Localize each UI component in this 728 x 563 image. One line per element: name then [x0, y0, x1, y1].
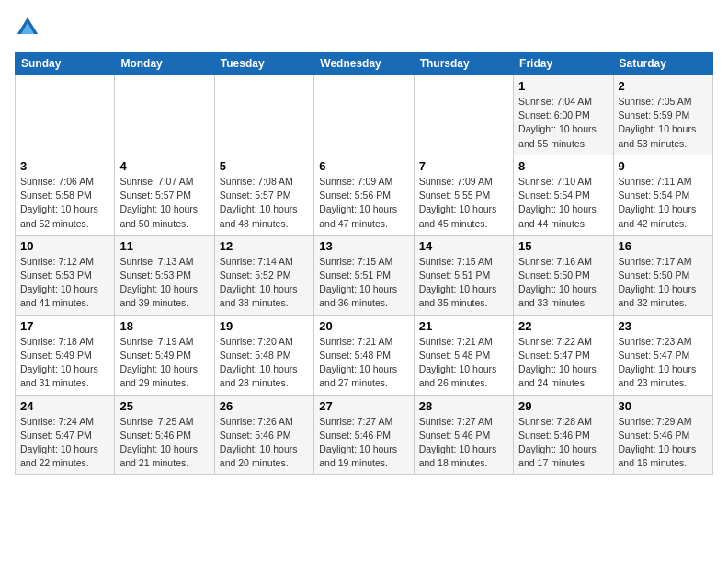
day-info: Sunrise: 7:14 AM Sunset: 5:52 PM Dayligh… — [220, 255, 309, 311]
day-info: Sunrise: 7:27 AM Sunset: 5:46 PM Dayligh… — [319, 415, 408, 471]
day-info: Sunrise: 7:22 AM Sunset: 5:47 PM Dayligh… — [518, 335, 608, 391]
calendar-day-cell: 7Sunrise: 7:09 AM Sunset: 5:55 PM Daylig… — [414, 155, 513, 235]
day-info: Sunrise: 7:15 AM Sunset: 5:51 PM Dayligh… — [319, 255, 408, 311]
day-info: Sunrise: 7:18 AM Sunset: 5:49 PM Dayligh… — [20, 335, 109, 391]
day-number: 8 — [518, 159, 608, 173]
calendar-day-cell: 23Sunrise: 7:23 AM Sunset: 5:47 PM Dayli… — [613, 315, 712, 395]
day-number: 13 — [319, 239, 408, 253]
calendar-week-row: 3Sunrise: 7:06 AM Sunset: 5:58 PM Daylig… — [16, 155, 713, 235]
day-number: 20 — [319, 319, 408, 333]
calendar-day-cell: 26Sunrise: 7:26 AM Sunset: 5:46 PM Dayli… — [214, 395, 313, 475]
calendar-day-cell: 12Sunrise: 7:14 AM Sunset: 5:52 PM Dayli… — [214, 235, 313, 315]
calendar-day-cell: 18Sunrise: 7:19 AM Sunset: 5:49 PM Dayli… — [115, 315, 214, 395]
day-number: 11 — [119, 239, 209, 253]
calendar-day-cell: 8Sunrise: 7:10 AM Sunset: 5:54 PM Daylig… — [514, 155, 613, 235]
day-number: 18 — [119, 319, 209, 333]
day-number: 7 — [419, 159, 508, 173]
calendar-day-header: Thursday — [414, 52, 513, 75]
day-info: Sunrise: 7:13 AM Sunset: 5:53 PM Dayligh… — [119, 255, 209, 311]
day-info: Sunrise: 7:15 AM Sunset: 5:51 PM Dayligh… — [419, 255, 508, 311]
day-number: 9 — [619, 159, 708, 173]
day-number: 10 — [20, 239, 109, 253]
calendar-day-cell — [115, 75, 214, 155]
calendar-day-cell: 10Sunrise: 7:12 AM Sunset: 5:53 PM Dayli… — [16, 235, 115, 315]
logo-icon — [15, 15, 40, 40]
calendar-day-cell — [414, 75, 513, 155]
day-info: Sunrise: 7:19 AM Sunset: 5:49 PM Dayligh… — [119, 335, 209, 391]
logo — [15, 15, 44, 40]
day-number: 1 — [518, 79, 608, 93]
calendar-day-header: Sunday — [16, 52, 115, 75]
day-info: Sunrise: 7:25 AM Sunset: 5:46 PM Dayligh… — [119, 415, 209, 471]
day-number: 21 — [419, 319, 508, 333]
day-number: 4 — [119, 159, 209, 173]
day-info: Sunrise: 7:24 AM Sunset: 5:47 PM Dayligh… — [20, 415, 109, 471]
day-number: 17 — [20, 319, 109, 333]
day-info: Sunrise: 7:21 AM Sunset: 5:48 PM Dayligh… — [419, 335, 508, 391]
calendar-day-header: Wednesday — [314, 52, 414, 75]
day-info: Sunrise: 7:29 AM Sunset: 5:46 PM Dayligh… — [619, 415, 708, 471]
calendar-day-cell — [314, 75, 414, 155]
calendar-day-cell: 21Sunrise: 7:21 AM Sunset: 5:48 PM Dayli… — [414, 315, 513, 395]
calendar-day-cell: 27Sunrise: 7:27 AM Sunset: 5:46 PM Dayli… — [314, 395, 414, 475]
calendar-day-cell: 17Sunrise: 7:18 AM Sunset: 5:49 PM Dayli… — [16, 315, 115, 395]
day-info: Sunrise: 7:23 AM Sunset: 5:47 PM Dayligh… — [619, 335, 708, 391]
calendar-table: SundayMondayTuesdayWednesdayThursdayFrid… — [15, 52, 713, 475]
calendar-week-row: 10Sunrise: 7:12 AM Sunset: 5:53 PM Dayli… — [16, 235, 713, 315]
calendar-day-cell: 6Sunrise: 7:09 AM Sunset: 5:56 PM Daylig… — [314, 155, 414, 235]
day-info: Sunrise: 7:20 AM Sunset: 5:48 PM Dayligh… — [220, 335, 309, 391]
calendar-week-row: 17Sunrise: 7:18 AM Sunset: 5:49 PM Dayli… — [16, 315, 713, 395]
calendar-day-cell: 25Sunrise: 7:25 AM Sunset: 5:46 PM Dayli… — [115, 395, 214, 475]
day-info: Sunrise: 7:28 AM Sunset: 5:46 PM Dayligh… — [518, 415, 608, 471]
day-info: Sunrise: 7:11 AM Sunset: 5:54 PM Dayligh… — [619, 175, 708, 231]
calendar-day-header: Friday — [514, 52, 613, 75]
day-info: Sunrise: 7:09 AM Sunset: 5:55 PM Dayligh… — [419, 175, 508, 231]
day-info: Sunrise: 7:16 AM Sunset: 5:50 PM Dayligh… — [518, 255, 608, 311]
day-info: Sunrise: 7:21 AM Sunset: 5:48 PM Dayligh… — [319, 335, 408, 391]
day-info: Sunrise: 7:12 AM Sunset: 5:53 PM Dayligh… — [20, 255, 109, 311]
calendar-day-cell: 19Sunrise: 7:20 AM Sunset: 5:48 PM Dayli… — [214, 315, 313, 395]
calendar-day-cell — [16, 75, 115, 155]
calendar-day-header: Monday — [115, 52, 214, 75]
calendar-day-cell — [214, 75, 313, 155]
day-number: 16 — [619, 239, 708, 253]
calendar-day-cell: 22Sunrise: 7:22 AM Sunset: 5:47 PM Dayli… — [514, 315, 613, 395]
day-number: 29 — [518, 399, 608, 413]
calendar-day-cell: 2Sunrise: 7:05 AM Sunset: 5:59 PM Daylig… — [613, 75, 712, 155]
day-info: Sunrise: 7:27 AM Sunset: 5:46 PM Dayligh… — [419, 415, 508, 471]
day-info: Sunrise: 7:04 AM Sunset: 6:00 PM Dayligh… — [518, 95, 608, 151]
calendar-day-cell: 13Sunrise: 7:15 AM Sunset: 5:51 PM Dayli… — [314, 235, 414, 315]
day-number: 19 — [220, 319, 309, 333]
calendar-day-cell: 4Sunrise: 7:07 AM Sunset: 5:57 PM Daylig… — [115, 155, 214, 235]
day-number: 28 — [419, 399, 508, 413]
calendar-header-row: SundayMondayTuesdayWednesdayThursdayFrid… — [16, 52, 713, 75]
calendar-day-cell: 9Sunrise: 7:11 AM Sunset: 5:54 PM Daylig… — [613, 155, 712, 235]
day-number: 23 — [619, 319, 708, 333]
day-info: Sunrise: 7:26 AM Sunset: 5:46 PM Dayligh… — [220, 415, 309, 471]
calendar-day-cell: 28Sunrise: 7:27 AM Sunset: 5:46 PM Dayli… — [414, 395, 513, 475]
calendar-week-row: 1Sunrise: 7:04 AM Sunset: 6:00 PM Daylig… — [16, 75, 713, 155]
day-info: Sunrise: 7:10 AM Sunset: 5:54 PM Dayligh… — [518, 175, 608, 231]
calendar-day-cell: 3Sunrise: 7:06 AM Sunset: 5:58 PM Daylig… — [16, 155, 115, 235]
day-number: 12 — [220, 239, 309, 253]
day-number: 2 — [619, 79, 708, 93]
day-number: 26 — [220, 399, 309, 413]
day-info: Sunrise: 7:06 AM Sunset: 5:58 PM Dayligh… — [20, 175, 109, 231]
day-number: 25 — [119, 399, 209, 413]
day-info: Sunrise: 7:09 AM Sunset: 5:56 PM Dayligh… — [319, 175, 408, 231]
calendar-week-row: 24Sunrise: 7:24 AM Sunset: 5:47 PM Dayli… — [16, 395, 713, 475]
calendar-day-cell: 24Sunrise: 7:24 AM Sunset: 5:47 PM Dayli… — [16, 395, 115, 475]
day-number: 30 — [619, 399, 708, 413]
day-number: 22 — [518, 319, 608, 333]
calendar-day-cell: 1Sunrise: 7:04 AM Sunset: 6:00 PM Daylig… — [514, 75, 613, 155]
day-number: 24 — [20, 399, 109, 413]
calendar-day-header: Saturday — [613, 52, 712, 75]
day-number: 6 — [319, 159, 408, 173]
day-info: Sunrise: 7:05 AM Sunset: 5:59 PM Dayligh… — [619, 95, 708, 151]
day-info: Sunrise: 7:07 AM Sunset: 5:57 PM Dayligh… — [119, 175, 209, 231]
day-number: 14 — [419, 239, 508, 253]
calendar-day-cell: 14Sunrise: 7:15 AM Sunset: 5:51 PM Dayli… — [414, 235, 513, 315]
calendar-day-cell: 16Sunrise: 7:17 AM Sunset: 5:50 PM Dayli… — [613, 235, 712, 315]
calendar-day-cell: 30Sunrise: 7:29 AM Sunset: 5:46 PM Dayli… — [613, 395, 712, 475]
day-info: Sunrise: 7:17 AM Sunset: 5:50 PM Dayligh… — [619, 255, 708, 311]
